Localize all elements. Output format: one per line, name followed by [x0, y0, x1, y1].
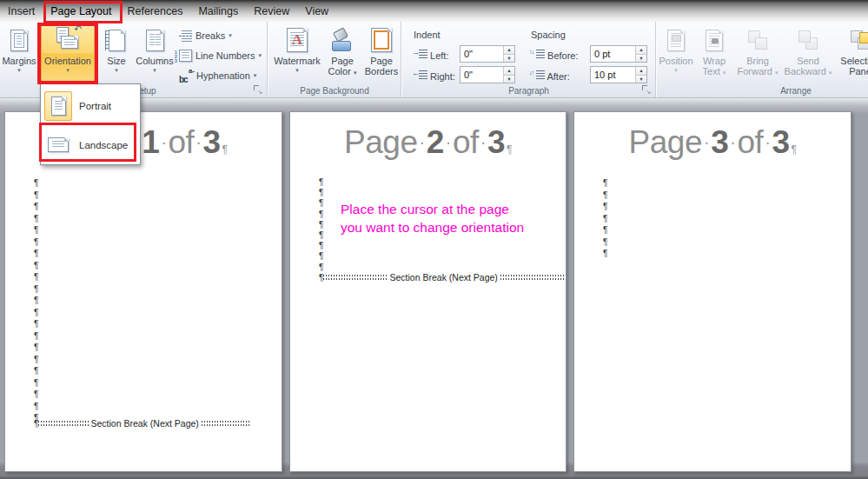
space-dot-mark: · — [446, 132, 451, 151]
spacing-after-input[interactable]: 10 pt ▲▼ — [590, 66, 647, 83]
margins-button[interactable]: Margins ▾ — [1, 23, 37, 83]
line-numbers-icon: 123 — [179, 50, 192, 62]
group-page-background: A Watermark ▾ PageColor ▾ PageBorders Pa… — [268, 22, 401, 97]
pilcrow-mark: ¶ — [319, 251, 323, 262]
space-dot-mark: · — [765, 132, 770, 151]
pilcrow-mark: ¶ — [34, 213, 38, 225]
chevron-down-icon: ▾ — [254, 72, 257, 79]
line-numbers-button[interactable]: 123 Line Numbers ▾ — [179, 48, 262, 63]
menu-item-landscape[interactable]: Landscape — [41, 125, 140, 164]
tab-list: InsertPage LayoutReferencesMailingsRevie… — [0, 0, 336, 22]
pilcrow-mark: ¶ — [319, 241, 323, 251]
indent-left-input[interactable]: 0" ▲▼ — [460, 45, 515, 63]
orientation-dropdown-menu: PortraitLandscape — [40, 83, 141, 165]
pilcrow-mark: ¶ — [792, 143, 797, 156]
breaks-button[interactable]: Breaks ▾ — [179, 28, 232, 43]
chevron-down-icon: ▾ — [295, 68, 299, 73]
paragraph-dialog-launcher-icon[interactable] — [641, 84, 651, 94]
breaks-icon — [179, 30, 192, 42]
orientation-button[interactable]: ↷ Orientation ▾ — [41, 23, 95, 83]
menu-item-label: Landscape — [79, 140, 128, 150]
document-page-3[interactable]: Page·3·of·3¶¶¶¶¶¶¶¶ — [573, 111, 851, 472]
wrap-text-label: WrapText ▾ — [703, 56, 726, 77]
tab-page-layout[interactable]: Page Layout — [43, 1, 119, 22]
pilcrow-mark: ¶ — [34, 342, 38, 354]
send-backward-button[interactable]: SendBackward ▾ — [782, 23, 834, 83]
pilcrow-mark: ¶ — [222, 143, 228, 156]
document-page-1[interactable]: Page·1·of·3¶¶¶¶¶¶¶¶¶¶¶¶¶¶¶¶¶¶¶¶¶¶¶Sectio… — [4, 111, 282, 472]
group-arrange: Position ▾ WrapText ▾ BringForward ▾ Sen… — [657, 22, 868, 97]
pilcrow-mark: ¶ — [34, 201, 38, 213]
chevron-down-icon: ▾ — [674, 68, 678, 73]
group-paragraph: Indent → Left: 0" ▲▼ ← Right: 0" ▲▼ Spac… — [402, 22, 656, 97]
spacing-after-icon: ↓↑ — [531, 70, 545, 80]
tab-review[interactable]: Review — [246, 1, 297, 22]
tab-mailings[interactable]: Mailings — [190, 1, 246, 22]
title-text: of — [453, 124, 479, 160]
pilcrow-mark: ¶ — [319, 177, 323, 188]
hyphenation-button[interactable]: bca- Hyphenation ▾ — [179, 68, 256, 83]
pilcrow-mark: ¶ — [34, 318, 38, 330]
pilcrow-mark: ¶ — [603, 224, 607, 236]
pilcrow-mark: ¶ — [603, 213, 607, 225]
chevron-down-icon: ▾ — [258, 52, 262, 59]
position-button[interactable]: Position ▾ — [659, 23, 693, 83]
note-line: you want to change orientation — [341, 218, 524, 236]
portrait-page-icon-wrap — [44, 91, 72, 121]
size-button[interactable]: Size ▾ — [101, 23, 132, 83]
pilcrow-mark: ¶ — [34, 260, 38, 272]
document-page-2[interactable]: Page·2·of·3¶¶¶¶¶¶¶¶¶¶¶Section Break (Nex… — [289, 111, 567, 472]
page-borders-button[interactable]: PageBorders — [363, 23, 400, 83]
chevron-down-icon: ▾ — [66, 68, 70, 73]
group-label-arrange: Arrange — [744, 86, 848, 96]
columns-button[interactable]: Columns ▾ — [134, 23, 176, 83]
group-label-paragraph: Paragraph — [402, 86, 655, 96]
spacing-after-stepper[interactable]: ▲▼ — [635, 67, 646, 83]
empty-paragraph-marks: ¶¶¶¶¶¶¶ — [603, 177, 607, 260]
selection-pane-button[interactable]: ➤ SelectionPane — [836, 23, 868, 83]
title-text: of — [737, 124, 763, 160]
title-text: of — [168, 124, 194, 160]
pilcrow-mark: ¶ — [34, 271, 38, 283]
pilcrow-mark: ¶ — [34, 190, 38, 202]
section-break-label: Section Break (Next Page) — [91, 418, 199, 429]
bring-forward-label: BringForward ▾ — [738, 56, 779, 77]
spacing-before-input[interactable]: 0 pt ▲▼ — [590, 45, 647, 63]
page-color-icon — [331, 29, 354, 51]
indent-right-input[interactable]: 0" ▲▼ — [460, 66, 515, 83]
group-label-page-background: Page Background — [268, 86, 401, 96]
indent-left-stepper[interactable]: ▲▼ — [503, 46, 514, 62]
tab-insert[interactable]: Insert — [0, 1, 43, 22]
title-text: 1 — [142, 124, 159, 160]
title-text: Page — [629, 124, 702, 160]
menu-item-portrait[interactable]: Portrait — [41, 86, 140, 125]
orientation-label: Orientation — [44, 56, 91, 66]
pilcrow-mark: ¶ — [319, 230, 323, 241]
pilcrow-mark: ¶ — [34, 307, 38, 319]
page-setup-dialog-launcher-icon[interactable] — [253, 84, 262, 94]
wrap-text-button[interactable]: WrapText ▾ — [695, 23, 733, 83]
page-color-button[interactable]: PageColor ▾ — [323, 23, 361, 83]
section-break-hatch — [323, 275, 387, 280]
margins-icon — [10, 30, 28, 51]
title-text: 3 — [711, 124, 728, 160]
size-icon — [109, 30, 125, 51]
indent-right-icon: ← — [414, 70, 427, 80]
chevron-down-icon: ▾ — [229, 32, 232, 39]
menu-item-label: Portrait — [79, 101, 111, 111]
watermark-label: Watermark — [274, 56, 320, 66]
note-line: Place the cursor at the page — [341, 200, 524, 218]
tab-view[interactable]: View — [297, 1, 336, 22]
bring-forward-button[interactable]: BringForward ▾ — [735, 23, 780, 83]
indent-right-stepper[interactable]: ▲▼ — [503, 67, 514, 83]
spacing-before-stepper[interactable]: ▲▼ — [635, 46, 646, 62]
tab-references[interactable]: References — [119, 1, 190, 22]
section-break: ¶Section Break (Next Page) — [34, 418, 251, 429]
section-break: ¶Section Break (Next Page) — [319, 272, 564, 283]
page-borders-label: PageBorders — [365, 56, 399, 77]
chevron-down-icon: ▾ — [115, 68, 118, 73]
watermark-button[interactable]: A Watermark ▾ — [273, 23, 321, 83]
landscape-page-icon-wrap — [44, 130, 72, 160]
wrap-text-icon — [706, 30, 723, 51]
landscape-page-icon — [48, 137, 69, 152]
